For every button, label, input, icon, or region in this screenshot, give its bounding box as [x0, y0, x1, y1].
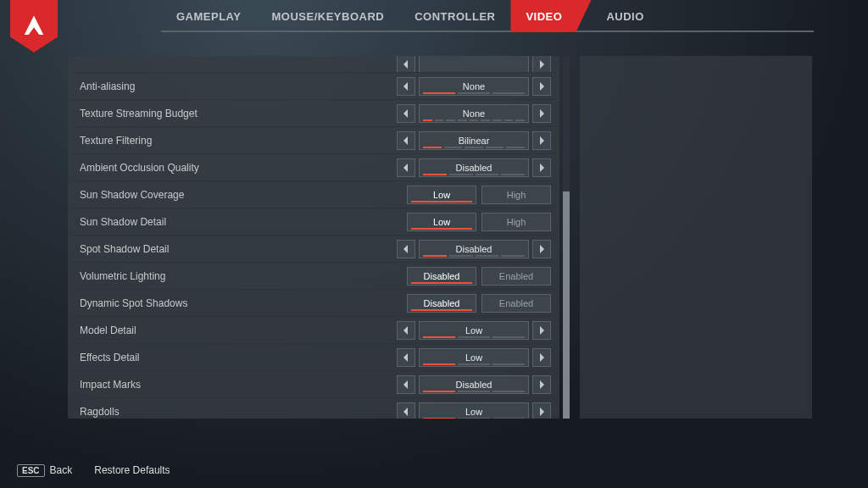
toggle-option[interactable]: Disabled	[407, 267, 476, 286]
setting-row: Spot Shadow DetailDisabled	[71, 236, 556, 263]
next-option-button[interactable]	[532, 375, 551, 394]
next-option-button[interactable]	[532, 131, 551, 150]
setting-row: Texture FilteringBilinear	[71, 127, 556, 154]
prev-option-button[interactable]	[397, 104, 415, 123]
next-option-button[interactable]	[532, 77, 551, 96]
setting-control: Disabled	[397, 158, 551, 177]
esc-keycap: ESC	[17, 464, 45, 477]
setting-control: None	[397, 104, 551, 123]
back-button[interactable]: ESCBack	[17, 464, 72, 476]
option-value: None	[419, 77, 529, 96]
option-value: None	[419, 104, 529, 123]
settings-panel: Anti-aliasingNoneTexture Streaming Budge…	[68, 56, 559, 419]
setting-label: Ambient Occlusion Quality	[80, 162, 199, 174]
toggle-option[interactable]: Enabled	[481, 267, 551, 286]
setting-label: Dynamic Spot Shadows	[80, 297, 187, 309]
option-value: Low	[419, 348, 529, 367]
prev-option-button[interactable]	[397, 56, 415, 73]
tab-gameplay[interactable]: GAMEPLAY	[161, 0, 256, 32]
option-value	[419, 56, 529, 73]
setting-label: Ragdolls	[80, 406, 120, 418]
setting-control: DisabledEnabled	[407, 294, 551, 313]
option-value: Bilinear	[419, 131, 529, 150]
setting-label: Sun Shadow Detail	[80, 216, 166, 228]
game-logo	[10, 0, 58, 53]
setting-label: Texture Streaming Budget	[80, 108, 198, 119]
next-option-button[interactable]	[532, 56, 551, 73]
setting-label: Sun Shadow Coverage	[80, 189, 184, 201]
setting-row: Impact MarksDisabled	[71, 371, 556, 398]
prev-option-button[interactable]	[397, 402, 415, 419]
setting-row: Anti-aliasingNone	[71, 73, 556, 100]
prev-option-button[interactable]	[397, 348, 415, 367]
setting-row: Ambient Occlusion QualityDisabled	[71, 154, 556, 181]
toggle-option[interactable]: Low	[407, 186, 476, 204]
setting-row: Sun Shadow CoverageLowHigh	[71, 181, 556, 208]
toggle-option[interactable]: High	[481, 186, 551, 204]
next-option-button[interactable]	[532, 321, 551, 340]
setting-control: Disabled	[397, 375, 551, 394]
setting-row: Dynamic Spot ShadowsDisabledEnabled	[71, 290, 556, 317]
setting-control: LowHigh	[407, 213, 551, 231]
tab-audio[interactable]: AUDIO	[591, 0, 659, 32]
next-option-button[interactable]	[532, 402, 551, 419]
setting-control	[397, 56, 551, 73]
toggle-option[interactable]: Disabled	[407, 294, 476, 313]
toggle-option[interactable]: High	[481, 213, 551, 231]
setting-row	[71, 56, 556, 73]
scrollbar-thumb[interactable]	[563, 191, 570, 419]
prev-option-button[interactable]	[397, 240, 415, 258]
setting-label: Texture Filtering	[80, 135, 152, 147]
header: GAMEPLAYMOUSE/KEYBOARDCONTROLLERVIDEOAUD…	[0, 0, 868, 32]
setting-label: Spot Shadow Detail	[80, 243, 169, 255]
setting-label: Volumetric Lighting	[80, 270, 165, 282]
setting-row: RagdollsLow	[71, 398, 556, 419]
option-value: Disabled	[419, 158, 529, 177]
tab-video[interactable]: VIDEO	[510, 0, 591, 32]
setting-control: Low	[397, 348, 551, 367]
setting-row: Volumetric LightingDisabledEnabled	[71, 263, 556, 290]
option-value: Low	[419, 321, 529, 340]
setting-control: None	[397, 77, 551, 96]
setting-row: Model DetailLow	[71, 317, 556, 344]
prev-option-button[interactable]	[397, 131, 415, 150]
prev-option-button[interactable]	[397, 158, 415, 177]
setting-row: Sun Shadow DetailLowHigh	[71, 208, 556, 236]
next-option-button[interactable]	[532, 240, 551, 258]
setting-control: LowHigh	[407, 186, 551, 204]
toggle-option[interactable]: Low	[407, 213, 476, 231]
setting-control: Low	[397, 402, 551, 419]
footer: ESCBack Restore Defaults	[17, 464, 170, 476]
option-value: Disabled	[419, 375, 529, 394]
next-option-button[interactable]	[532, 104, 551, 123]
setting-label: Effects Detail	[80, 352, 139, 363]
next-option-button[interactable]	[532, 348, 551, 367]
setting-control: DisabledEnabled	[407, 267, 551, 286]
setting-row: Effects DetailLow	[71, 344, 556, 371]
toggle-option[interactable]: Enabled	[481, 294, 551, 313]
setting-control: Disabled	[397, 240, 551, 258]
setting-label: Impact Marks	[80, 379, 141, 391]
restore-defaults-button[interactable]: Restore Defaults	[94, 464, 170, 476]
setting-control: Low	[397, 321, 551, 340]
option-value: Disabled	[419, 240, 529, 258]
tab-controller[interactable]: CONTROLLER	[399, 0, 510, 32]
prev-option-button[interactable]	[397, 321, 415, 340]
settings-scrollbar[interactable]	[563, 56, 570, 419]
prev-option-button[interactable]	[397, 77, 415, 96]
prev-option-button[interactable]	[397, 375, 415, 394]
tab-mouse-keyboard[interactable]: MOUSE/KEYBOARD	[256, 0, 399, 32]
setting-label: Anti-aliasing	[80, 80, 135, 92]
option-value: Low	[419, 402, 529, 419]
next-option-button[interactable]	[532, 158, 551, 177]
setting-row: Texture Streaming BudgetNone	[71, 100, 556, 127]
setting-control: Bilinear	[397, 131, 551, 150]
setting-label: Model Detail	[80, 324, 136, 336]
info-panel	[580, 56, 812, 419]
